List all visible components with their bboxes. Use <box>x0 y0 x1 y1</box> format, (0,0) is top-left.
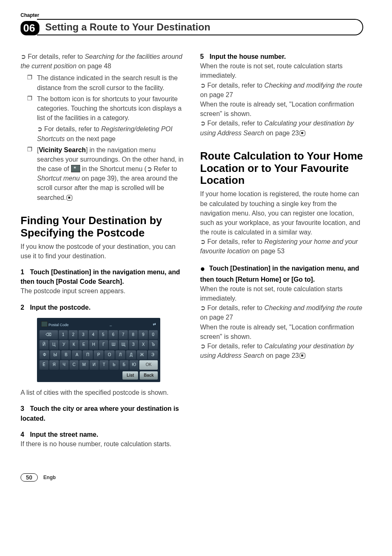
kb-key: Х <box>139 340 148 350</box>
right-column: 5Input the house number. When the route … <box>200 52 363 449</box>
ref-arrow-icon: ➲ For details, refer to <box>200 304 264 311</box>
ref-arrow-icon: ➲ For details, refer to <box>200 238 264 245</box>
step-number: 2 <box>21 304 24 311</box>
page: Chapter 06 Setting a Route to Your Desti… <box>0 0 392 494</box>
postcode-keyboard-screenshot: Postal Code _ ⇄ ⌫ 1 2 3 4 5 6 7 8 9 0 <box>37 318 160 382</box>
step-number: 5 <box>200 53 204 60</box>
kb-row: Й Ц У К Е Н Г Ш Щ З Х Ъ <box>39 340 158 350</box>
kb-key: 8 <box>129 330 138 340</box>
kb-key: Д <box>126 350 136 360</box>
kb-key: Э <box>148 350 158 360</box>
cross-ref: ➲ For details, refer to Registering/dele… <box>37 124 184 143</box>
kb-key: Я <box>49 360 58 370</box>
vicinity-icon <box>71 165 80 172</box>
kb-key: Ц <box>49 340 58 350</box>
bullet-text: The distance indicated in the search res… <box>37 74 178 91</box>
kb-row: Ё Я Ч С М И Т Ь Б Ю OK <box>39 360 158 370</box>
kb-key: Й <box>39 340 48 350</box>
cross-ref: ➲ For details, refer to Searching for th… <box>21 52 184 71</box>
procedure-step: ●Touch [Destination] in the navigation m… <box>200 263 363 284</box>
step-number: 1 <box>21 269 24 276</box>
kb-key: У <box>59 340 68 350</box>
two-column-layout: ➲ For details, refer to Searching for th… <box>21 52 363 449</box>
kb-key: Ь <box>109 360 118 370</box>
step-result: If there is no house number, route calcu… <box>21 439 184 449</box>
kb-key: Ю <box>129 360 138 370</box>
language-code: Engb <box>44 475 56 480</box>
list-item: The bottom icon is for shortcuts to your… <box>37 94 184 144</box>
cross-ref: ➲ For details, refer to Checking and mod… <box>200 303 363 322</box>
kb-row: ⌫ 1 2 3 4 5 6 7 8 9 0 <box>39 330 158 340</box>
kb-key: 5 <box>99 330 108 340</box>
section-intro: If your home location is registered, the… <box>200 189 363 237</box>
bullet-list: The distance indicated in the search res… <box>21 73 184 202</box>
procedure-step: 3Touch the city or area where your desti… <box>21 404 184 423</box>
kb-ok-key: OK <box>139 360 158 370</box>
body-text: When the route is not set, route calcula… <box>200 284 363 303</box>
kb-key: Т <box>99 360 108 370</box>
procedure-step: 1Touch [Destination] in the navigation m… <box>21 267 184 286</box>
step-number: 3 <box>21 405 24 412</box>
cross-ref: ➲ For details, refer to Checking and mod… <box>200 81 363 100</box>
kb-key: Л <box>115 350 125 360</box>
kb-key: Н <box>89 340 98 350</box>
kb-key: Ъ <box>149 340 158 350</box>
step-result: The postcode input screen appears. <box>21 286 184 296</box>
cross-ref: ➲ For details, refer to Registering your… <box>200 237 363 256</box>
kb-header: Postal Code _ ⇄ <box>39 320 158 330</box>
kb-key: 7 <box>119 330 128 340</box>
kb-key: Е <box>79 340 88 350</box>
page-number: 50 <box>21 473 38 482</box>
kb-footer: List Back <box>39 371 158 380</box>
kb-key: Ч <box>60 360 69 370</box>
kb-key: 6 <box>108 330 118 340</box>
step-text: Input the postcode. <box>30 304 91 311</box>
kb-key: А <box>72 350 82 360</box>
procedure-step: 5Input the house number. <box>200 52 363 61</box>
kb-key: Щ <box>119 340 128 350</box>
ref-link: Shortcut menu <box>37 175 80 182</box>
kb-key: 4 <box>89 330 98 340</box>
ref-suffix: on page 53 <box>250 248 285 255</box>
body-text: When the route is already set, "Location… <box>200 322 363 341</box>
step-number: 4 <box>21 431 24 438</box>
step-text: Input the house number. <box>210 53 286 60</box>
section-intro: If you know the postcode of your destina… <box>21 242 184 261</box>
kb-key: 2 <box>69 330 78 340</box>
kb-key: М <box>79 360 88 370</box>
procedure-step: 4Input the street name. <box>21 430 184 439</box>
ref-suffix: on page 27 <box>200 314 233 321</box>
procedure-step: 2Input the postcode. <box>21 303 184 312</box>
kb-key: Ё <box>39 360 48 370</box>
step-text: Touch the city or area where your destin… <box>21 405 179 422</box>
cross-ref: ➲ For details, refer to Calculating your… <box>200 118 363 137</box>
bullet-icon: ● <box>200 264 205 273</box>
kb-key: С <box>69 360 78 370</box>
book-icon <box>41 321 48 327</box>
kb-key: 3 <box>78 330 88 340</box>
kb-title: Postal Code <box>48 323 69 327</box>
ref-arrow-icon: ➲ For details, refer to <box>37 125 101 132</box>
kb-list-button: List <box>122 371 138 380</box>
kb-key: П <box>83 350 92 360</box>
kb-key: Ф <box>39 350 49 360</box>
ref-arrow-icon: ➲ For details, refer to <box>200 82 264 89</box>
ref-arrow-icon: ➲ For details, refer to <box>21 53 85 60</box>
body-text: When the route is not set, route calcula… <box>200 61 363 80</box>
kb-key: Р <box>94 350 104 360</box>
list-item: [Vicinity Search] in the navigation menu… <box>37 145 184 202</box>
ref-arrow-icon: ➲ For details, refer to <box>200 343 264 350</box>
header-row: 06 Setting a Route to Your Destination <box>21 19 363 35</box>
kb-key: И <box>90 360 99 370</box>
kb-lang-toggle: ⇄ <box>153 322 156 327</box>
step-text: Touch [Destination] in the navigation me… <box>200 265 359 283</box>
kb-key: ⌫ <box>39 330 58 340</box>
left-column: ➲ For details, refer to Searching for th… <box>21 52 184 449</box>
ref-suffix: on page 48 <box>76 63 111 70</box>
kb-key: Ж <box>137 350 147 360</box>
ref-suffix: on the next page <box>65 135 116 142</box>
header-block: Chapter 06 Setting a Route to Your Desti… <box>21 12 363 35</box>
kb-key: 0 <box>149 330 158 340</box>
kb-key: В <box>61 350 71 360</box>
kb-field: _ <box>110 322 112 327</box>
